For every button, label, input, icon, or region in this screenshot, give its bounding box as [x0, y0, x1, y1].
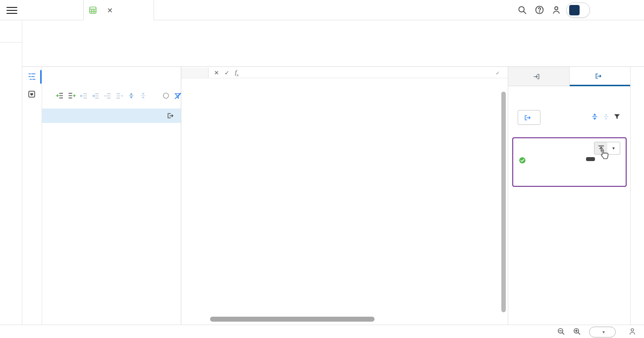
move-left-icon[interactable]: [80, 92, 88, 100]
grid-body: [181, 89, 501, 325]
sheet-list-item[interactable]: [42, 109, 181, 123]
spreadsheet-icon: [89, 6, 97, 14]
tab-outgoing[interactable]: [570, 67, 631, 86]
top-bar: ✕: [0, 0, 644, 20]
tooltip: [586, 157, 595, 161]
outline-toolbar: [56, 92, 182, 100]
workspace-switcher-button[interactable]: [566, 2, 590, 18]
active-panel-indicator: [40, 70, 42, 84]
record-indicator-icon[interactable]: [162, 92, 170, 100]
outline-panel-icon[interactable]: [27, 72, 37, 81]
share-updates-button[interactable]: [594, 142, 608, 155]
panel-rail: [22, 67, 42, 325]
filter-connections-icon[interactable]: [613, 113, 621, 121]
expand-all-icon[interactable]: [127, 92, 135, 100]
document-tab[interactable]: ✕: [83, 0, 154, 20]
cell-reference-box[interactable]: [181, 68, 209, 78]
incoming-icon: [533, 73, 540, 80]
sheet-outgoing-connection-icon: [166, 112, 174, 119]
move-right-icon[interactable]: [92, 92, 100, 100]
help-icon[interactable]: [535, 5, 544, 15]
search-icon[interactable]: [517, 5, 527, 15]
chevron-down-icon: ▼: [602, 330, 606, 335]
rail-divider: [0, 42, 22, 43]
outline-panel: [42, 67, 181, 325]
account-icon[interactable]: [551, 5, 561, 15]
status-ok-icon: [519, 157, 526, 164]
connection-card[interactable]: ▼: [512, 137, 627, 187]
indent-icon[interactable]: [104, 92, 111, 100]
outgoing-icon: [594, 72, 602, 80]
hamburger-menu-icon[interactable]: [6, 5, 17, 14]
formula-bar: ✕ ✓ fx ✓: [181, 68, 508, 78]
horizontal-scrollbar[interactable]: [210, 317, 375, 322]
expand-formula-bar-icon[interactable]: ✓: [496, 70, 500, 76]
insert-sheet-above-icon[interactable]: [56, 92, 64, 100]
collapse-all-icon[interactable]: [139, 92, 147, 100]
zoom-in-icon[interactable]: [573, 327, 581, 336]
close-tab-icon[interactable]: ✕: [107, 6, 113, 14]
zoom-level-selector[interactable]: ▼: [589, 327, 616, 338]
tab-incoming[interactable]: [508, 67, 570, 86]
expand-connections-icon[interactable]: [591, 113, 599, 121]
outdent-icon[interactable]: [115, 92, 123, 100]
function-icon[interactable]: fx: [235, 69, 238, 77]
connection-status: [519, 157, 529, 164]
header-zone: [22, 20, 644, 67]
document-tools-strip: [630, 67, 644, 325]
workspace-avatar: [569, 5, 580, 15]
confirm-entry-icon[interactable]: ✓: [224, 69, 229, 76]
bookmark-panel-icon[interactable]: [27, 90, 36, 99]
status-bar: ▼: [0, 325, 644, 338]
insert-sheet-below-icon[interactable]: [68, 92, 76, 100]
connections-tabs: [508, 67, 630, 86]
spreadsheet-grid: ✕ ✓ fx ✓: [181, 67, 508, 325]
zoom-out-icon[interactable]: [557, 327, 565, 336]
clear-filter-icon[interactable]: [174, 92, 182, 100]
cancel-entry-icon[interactable]: ✕: [214, 69, 219, 76]
connections-panel: ▼: [508, 67, 630, 325]
share-options-dropdown[interactable]: ▼: [607, 142, 620, 155]
add-connection-icon: [524, 114, 531, 121]
collapse-connections-icon[interactable]: [602, 113, 610, 121]
presence-icon[interactable]: [628, 327, 637, 336]
add-connection-button[interactable]: [518, 110, 540, 125]
app-navigation-rail: [0, 20, 22, 338]
vertical-scrollbar[interactable]: [501, 92, 506, 312]
